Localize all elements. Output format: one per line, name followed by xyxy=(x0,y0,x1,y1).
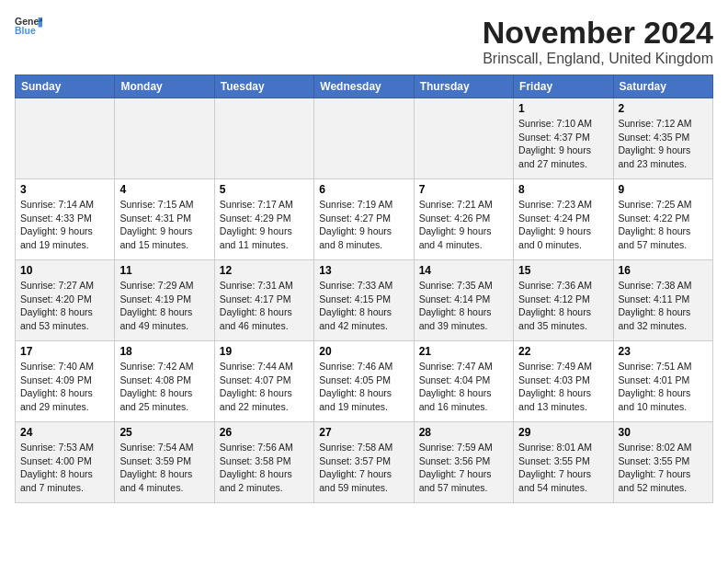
weekday-header-friday: Friday xyxy=(514,75,613,98)
day-number: 26 xyxy=(220,426,309,439)
day-info: Sunrise: 7:51 AM Sunset: 4:01 PM Dayligh… xyxy=(619,360,708,414)
title-section: November 2024 Brinscall, England, United… xyxy=(483,15,713,67)
day-number: 6 xyxy=(319,183,408,196)
day-info: Sunrise: 7:15 AM Sunset: 4:31 PM Dayligh… xyxy=(119,198,209,252)
day-info: Sunrise: 7:59 AM Sunset: 3:56 PM Dayligh… xyxy=(419,441,508,495)
day-info: Sunrise: 7:17 AM Sunset: 4:29 PM Dayligh… xyxy=(220,198,309,252)
day-info: Sunrise: 7:23 AM Sunset: 4:24 PM Dayligh… xyxy=(518,198,608,252)
day-info: Sunrise: 7:42 AM Sunset: 4:08 PM Dayligh… xyxy=(119,360,209,414)
calendar-week-row: 10Sunrise: 7:27 AM Sunset: 4:20 PM Dayli… xyxy=(16,260,713,341)
calendar-cell: 25Sunrise: 7:54 AM Sunset: 3:59 PM Dayli… xyxy=(115,422,214,503)
day-number: 18 xyxy=(119,345,209,358)
day-number: 30 xyxy=(619,426,708,439)
day-info: Sunrise: 7:58 AM Sunset: 3:57 PM Dayligh… xyxy=(319,441,408,495)
calendar-cell: 29Sunrise: 8:01 AM Sunset: 3:55 PM Dayli… xyxy=(514,422,613,503)
calendar-cell: 26Sunrise: 7:56 AM Sunset: 3:58 PM Dayli… xyxy=(214,422,313,503)
day-info: Sunrise: 7:54 AM Sunset: 3:59 PM Dayligh… xyxy=(119,441,209,495)
day-info: Sunrise: 7:27 AM Sunset: 4:20 PM Dayligh… xyxy=(20,279,109,333)
day-number: 19 xyxy=(220,345,309,358)
day-number: 27 xyxy=(319,426,408,439)
calendar-cell: 2Sunrise: 7:12 AM Sunset: 4:35 PM Daylig… xyxy=(613,98,712,179)
day-number: 2 xyxy=(619,102,708,115)
calendar-cell: 27Sunrise: 7:58 AM Sunset: 3:57 PM Dayli… xyxy=(314,422,414,503)
calendar-cell: 16Sunrise: 7:38 AM Sunset: 4:11 PM Dayli… xyxy=(613,260,712,341)
day-info: Sunrise: 7:46 AM Sunset: 4:05 PM Dayligh… xyxy=(319,360,408,414)
day-number: 3 xyxy=(20,183,109,196)
day-info: Sunrise: 7:19 AM Sunset: 4:27 PM Dayligh… xyxy=(319,198,408,252)
weekday-header-sunday: Sunday xyxy=(16,75,115,98)
day-info: Sunrise: 8:01 AM Sunset: 3:55 PM Dayligh… xyxy=(518,441,608,495)
day-number: 29 xyxy=(518,426,608,439)
logo-icon: General Blue xyxy=(15,15,42,37)
day-number: 23 xyxy=(619,345,708,358)
day-number: 15 xyxy=(518,264,608,277)
svg-text:Blue: Blue xyxy=(15,25,36,36)
day-number: 20 xyxy=(319,345,408,358)
calendar-cell xyxy=(414,98,513,179)
weekday-header-wednesday: Wednesday xyxy=(314,75,414,98)
calendar-cell: 22Sunrise: 7:49 AM Sunset: 4:03 PM Dayli… xyxy=(514,341,613,422)
calendar-cell: 12Sunrise: 7:31 AM Sunset: 4:17 PM Dayli… xyxy=(214,260,313,341)
weekday-header-saturday: Saturday xyxy=(613,75,712,98)
day-info: Sunrise: 7:14 AM Sunset: 4:33 PM Dayligh… xyxy=(20,198,109,252)
month-title: November 2024 xyxy=(483,15,713,51)
calendar-week-row: 3Sunrise: 7:14 AM Sunset: 4:33 PM Daylig… xyxy=(16,179,713,260)
day-info: Sunrise: 7:10 AM Sunset: 4:37 PM Dayligh… xyxy=(518,117,608,171)
day-number: 10 xyxy=(20,264,109,277)
day-number: 1 xyxy=(518,102,608,115)
calendar-cell: 5Sunrise: 7:17 AM Sunset: 4:29 PM Daylig… xyxy=(214,179,313,260)
calendar-cell: 11Sunrise: 7:29 AM Sunset: 4:19 PM Dayli… xyxy=(115,260,214,341)
calendar-cell: 6Sunrise: 7:19 AM Sunset: 4:27 PM Daylig… xyxy=(314,179,414,260)
day-number: 17 xyxy=(20,345,109,358)
calendar-week-row: 17Sunrise: 7:40 AM Sunset: 4:09 PM Dayli… xyxy=(16,341,713,422)
day-info: Sunrise: 7:33 AM Sunset: 4:15 PM Dayligh… xyxy=(319,279,408,333)
day-number: 13 xyxy=(319,264,408,277)
calendar-table: SundayMondayTuesdayWednesdayThursdayFrid… xyxy=(15,75,713,503)
calendar-cell xyxy=(16,98,115,179)
header: General Blue November 2024 Brinscall, En… xyxy=(15,15,713,67)
calendar-cell: 20Sunrise: 7:46 AM Sunset: 4:05 PM Dayli… xyxy=(314,341,414,422)
calendar-cell: 7Sunrise: 7:21 AM Sunset: 4:26 PM Daylig… xyxy=(414,179,513,260)
day-number: 21 xyxy=(419,345,508,358)
calendar-cell: 18Sunrise: 7:42 AM Sunset: 4:08 PM Dayli… xyxy=(115,341,214,422)
day-number: 5 xyxy=(220,183,309,196)
calendar-cell: 21Sunrise: 7:47 AM Sunset: 4:04 PM Dayli… xyxy=(414,341,513,422)
day-number: 12 xyxy=(220,264,309,277)
day-info: Sunrise: 7:29 AM Sunset: 4:19 PM Dayligh… xyxy=(119,279,209,333)
day-info: Sunrise: 7:31 AM Sunset: 4:17 PM Dayligh… xyxy=(220,279,309,333)
weekday-header-monday: Monday xyxy=(115,75,214,98)
day-info: Sunrise: 7:35 AM Sunset: 4:14 PM Dayligh… xyxy=(419,279,508,333)
calendar-cell: 28Sunrise: 7:59 AM Sunset: 3:56 PM Dayli… xyxy=(414,422,513,503)
logo: General Blue xyxy=(15,15,42,37)
day-info: Sunrise: 7:21 AM Sunset: 4:26 PM Dayligh… xyxy=(419,198,508,252)
day-info: Sunrise: 7:56 AM Sunset: 3:58 PM Dayligh… xyxy=(220,441,309,495)
calendar-cell: 23Sunrise: 7:51 AM Sunset: 4:01 PM Dayli… xyxy=(613,341,712,422)
calendar-cell: 4Sunrise: 7:15 AM Sunset: 4:31 PM Daylig… xyxy=(115,179,214,260)
weekday-header-row: SundayMondayTuesdayWednesdayThursdayFrid… xyxy=(16,75,713,98)
day-info: Sunrise: 7:12 AM Sunset: 4:35 PM Dayligh… xyxy=(619,117,708,171)
calendar-cell xyxy=(115,98,214,179)
day-number: 11 xyxy=(119,264,209,277)
day-info: Sunrise: 8:02 AM Sunset: 3:55 PM Dayligh… xyxy=(619,441,708,495)
day-info: Sunrise: 7:40 AM Sunset: 4:09 PM Dayligh… xyxy=(20,360,109,414)
day-info: Sunrise: 7:36 AM Sunset: 4:12 PM Dayligh… xyxy=(518,279,608,333)
day-number: 25 xyxy=(119,426,209,439)
calendar-cell: 24Sunrise: 7:53 AM Sunset: 4:00 PM Dayli… xyxy=(16,422,115,503)
calendar-cell: 17Sunrise: 7:40 AM Sunset: 4:09 PM Dayli… xyxy=(16,341,115,422)
calendar-cell: 19Sunrise: 7:44 AM Sunset: 4:07 PM Dayli… xyxy=(214,341,313,422)
calendar-cell: 15Sunrise: 7:36 AM Sunset: 4:12 PM Dayli… xyxy=(514,260,613,341)
location-subtitle: Brinscall, England, United Kingdom xyxy=(483,51,713,67)
day-number: 4 xyxy=(119,183,209,196)
day-number: 9 xyxy=(619,183,708,196)
calendar-week-row: 24Sunrise: 7:53 AM Sunset: 4:00 PM Dayli… xyxy=(16,422,713,503)
calendar-cell: 14Sunrise: 7:35 AM Sunset: 4:14 PM Dayli… xyxy=(414,260,513,341)
calendar-cell: 9Sunrise: 7:25 AM Sunset: 4:22 PM Daylig… xyxy=(613,179,712,260)
day-info: Sunrise: 7:25 AM Sunset: 4:22 PM Dayligh… xyxy=(619,198,708,252)
day-number: 24 xyxy=(20,426,109,439)
day-number: 7 xyxy=(419,183,508,196)
day-info: Sunrise: 7:44 AM Sunset: 4:07 PM Dayligh… xyxy=(220,360,309,414)
day-info: Sunrise: 7:49 AM Sunset: 4:03 PM Dayligh… xyxy=(518,360,608,414)
day-info: Sunrise: 7:53 AM Sunset: 4:00 PM Dayligh… xyxy=(20,441,109,495)
calendar-cell: 30Sunrise: 8:02 AM Sunset: 3:55 PM Dayli… xyxy=(613,422,712,503)
calendar-cell xyxy=(314,98,414,179)
